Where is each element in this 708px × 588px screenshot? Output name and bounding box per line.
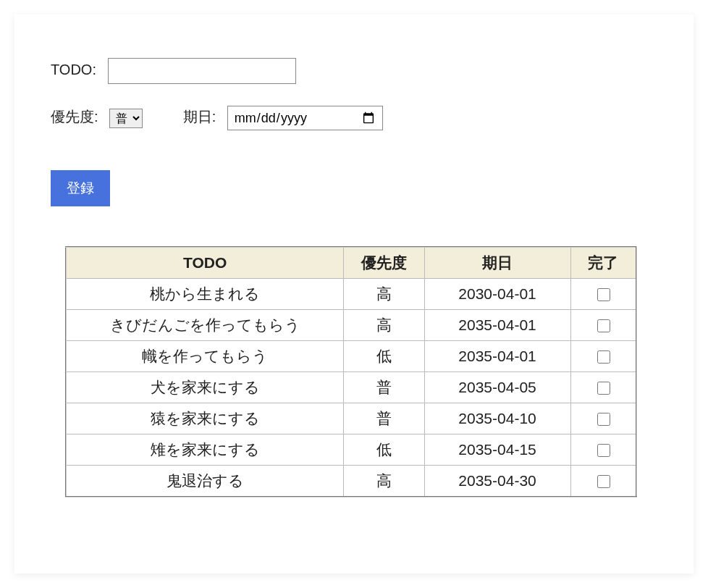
done-checkbox[interactable]	[597, 444, 610, 457]
cell-done	[570, 466, 636, 497]
cell-date: 2035-04-01	[424, 310, 570, 341]
done-checkbox[interactable]	[597, 319, 610, 332]
table-row: 幟を作ってもらう低2035-04-01	[66, 341, 636, 372]
todo-row: TODO:	[51, 58, 657, 84]
date-label: 期日:	[183, 109, 216, 125]
table-header-row: TODO 優先度 期日 完了	[66, 247, 636, 279]
cell-done	[570, 341, 636, 372]
table-row: 鬼退治する高2035-04-30	[66, 466, 636, 497]
table-row: きびだんごを作ってもらう高2035-04-01	[66, 310, 636, 341]
cell-done	[570, 403, 636, 434]
form-card: TODO: 優先度: 高普低 期日: 登録 TODO 優先度 期日 完了	[14, 14, 694, 574]
cell-date: 2035-04-30	[424, 466, 570, 497]
cell-todo: きびだんごを作ってもらう	[66, 310, 344, 341]
cell-done	[570, 279, 636, 310]
cell-date: 2035-04-10	[424, 403, 570, 434]
cell-todo: 桃から生まれる	[66, 279, 344, 310]
cell-priority: 高	[344, 466, 424, 497]
todo-input[interactable]	[108, 58, 296, 84]
header-priority: 優先度	[344, 247, 424, 279]
cell-priority: 高	[344, 279, 424, 310]
cell-date: 2035-04-05	[424, 372, 570, 403]
cell-done	[570, 434, 636, 466]
cell-priority: 低	[344, 341, 424, 372]
submit-button[interactable]: 登録	[51, 170, 110, 206]
priority-date-row: 優先度: 高普低 期日:	[51, 106, 657, 130]
cell-todo: 犬を家来にする	[66, 372, 344, 403]
cell-todo: 幟を作ってもらう	[66, 341, 344, 372]
cell-done	[570, 372, 636, 403]
priority-select[interactable]: 高普低	[109, 109, 143, 128]
cell-priority: 高	[344, 310, 424, 341]
done-checkbox[interactable]	[597, 288, 610, 301]
done-checkbox[interactable]	[597, 350, 610, 364]
cell-priority: 普	[344, 403, 424, 434]
cell-todo: 雉を家来にする	[66, 434, 344, 466]
header-done: 完了	[570, 247, 636, 279]
table-row: 雉を家来にする低2035-04-15	[66, 434, 636, 466]
cell-priority: 低	[344, 434, 424, 466]
priority-label: 優先度:	[51, 109, 98, 125]
cell-done	[570, 310, 636, 341]
todo-label: TODO:	[51, 62, 96, 77]
table-row: 猿を家来にする普2035-04-10	[66, 403, 636, 434]
cell-date: 2035-04-01	[424, 341, 570, 372]
cell-date: 2030-04-01	[424, 279, 570, 310]
cell-priority: 普	[344, 372, 424, 403]
todo-table: TODO 優先度 期日 完了 桃から生まれる高2030-04-01きびだんごを作…	[65, 246, 637, 497]
done-checkbox[interactable]	[597, 475, 610, 488]
table-row: 桃から生まれる高2030-04-01	[66, 279, 636, 310]
cell-date: 2035-04-15	[424, 434, 570, 466]
cell-todo: 猿を家来にする	[66, 403, 344, 434]
done-checkbox[interactable]	[597, 382, 610, 395]
table-row: 犬を家来にする普2035-04-05	[66, 372, 636, 403]
date-input[interactable]	[227, 106, 383, 130]
cell-todo: 鬼退治する	[66, 466, 344, 497]
done-checkbox[interactable]	[597, 413, 610, 426]
header-todo: TODO	[66, 247, 344, 279]
header-date: 期日	[424, 247, 570, 279]
